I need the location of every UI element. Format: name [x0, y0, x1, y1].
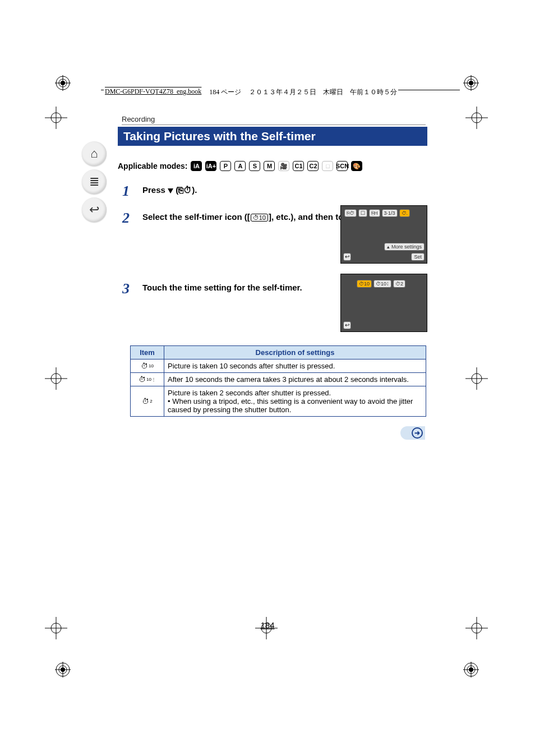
- step-text-fragment: (: [173, 185, 178, 195]
- header-page: 184 ページ: [209, 87, 241, 97]
- chip-timer-10-3-icon: ⏱10⋮: [373, 280, 391, 288]
- row-icon-cell: ⏱10⋮: [131, 373, 164, 386]
- applicable-modes-row: Applicable modes: iA iA+ P A S M 🎥 C1 C2…: [118, 161, 362, 171]
- timer-subscript: 2: [150, 399, 152, 404]
- mode-SCN-icon: SCN: [336, 161, 348, 171]
- camera-screen-timer-options: ⏱10 ⏱10⋮ ⏱2 ↩: [340, 274, 427, 332]
- mode-S-icon: S: [249, 161, 260, 171]
- reg-mark: [55, 75, 71, 91]
- print-header: DMC-G6PDF-VQT4Z78_eng.book 184 ページ ２０１３年…: [104, 87, 398, 97]
- step-text-fragment: Select the self-timer icon ([: [142, 212, 250, 222]
- settings-table: Item Description of settings ⏱10 Picture…: [130, 345, 426, 417]
- svg-point-2: [61, 81, 65, 85]
- step-number: 1: [122, 183, 135, 200]
- timer-icon: ⏱: [139, 375, 146, 384]
- mode-M-icon: M: [264, 161, 275, 171]
- step-text-fragment: ).: [192, 185, 197, 195]
- more-settings-button[interactable]: More settings: [384, 243, 425, 251]
- mode-movie-icon: 🎥: [278, 161, 289, 171]
- arrow-right-icon: ➜: [412, 427, 423, 439]
- mode-creative-icon: 🎨: [351, 161, 362, 171]
- table-head-item: Item: [131, 346, 164, 359]
- applicable-modes-label: Applicable modes:: [118, 162, 187, 170]
- drive-mode-chip-row: ⎘⏱ ☐ ⎘H 3·1/3 ⏱.: [344, 209, 410, 217]
- step-text-fragment: Press: [142, 185, 168, 195]
- timer-icon: ⏱: [183, 185, 192, 195]
- timer-icon: ⏱: [141, 362, 148, 370]
- mode-iAplus-icon: iA+: [205, 161, 216, 171]
- timer-option-row: ⏱10 ⏱10⋮ ⏱2: [357, 280, 405, 288]
- table-row: ⏱10⋮ After 10 seconds the camera takes 3…: [131, 373, 426, 386]
- breadcrumb: Recording: [122, 115, 426, 125]
- crosshair-mark: [465, 107, 488, 129]
- down-arrow-icon: [168, 188, 173, 193]
- table-row: ⏱10 Picture is taken 10 seconds after sh…: [131, 359, 426, 373]
- camera-screen-drive-mode: ⎘⏱ ☐ ⎘H 3·1/3 ⏱. More settings Set ↩: [340, 205, 427, 264]
- chip-burst-h-icon: ⎘H: [369, 209, 380, 217]
- timer-subscript: 10⋮: [146, 377, 156, 382]
- mode-C1-icon: C1: [293, 161, 304, 171]
- home-icon: ⌂: [90, 146, 98, 161]
- page-title: Taking Pictures with the Self-timer: [118, 127, 427, 146]
- row-icon-cell: ⏱2: [131, 386, 164, 417]
- svg-point-8: [61, 667, 65, 672]
- mode-C2-icon: C2: [307, 161, 319, 171]
- step-1: 1 Press (⎘⏱).: [122, 183, 426, 200]
- next-page-button[interactable]: ➜: [400, 426, 425, 440]
- mode-panorama-icon: □: [322, 161, 333, 171]
- chip-bracket-icon: 3·1/3: [382, 209, 398, 217]
- timer-subscript: 10: [149, 363, 154, 368]
- reg-mark: [463, 662, 479, 677]
- lcd-back-button[interactable]: ↩: [343, 253, 351, 261]
- row-icon-cell: ⏱10: [131, 359, 164, 373]
- burst-icon: ⎘: [178, 185, 183, 195]
- lcd-back-button[interactable]: ↩: [343, 321, 351, 329]
- row-desc: Picture is taken 2 seconds after shutter…: [164, 386, 426, 417]
- chip-timer-2-icon: ⏱2: [393, 280, 405, 288]
- page-number: 184: [0, 620, 535, 630]
- chip-selftimer-icon: ⏱.: [399, 209, 411, 217]
- row-desc: After 10 seconds the camera takes 3 pict…: [164, 373, 426, 386]
- reg-mark: [463, 75, 479, 91]
- mode-A-icon: A: [234, 161, 246, 171]
- chip-single-icon: ☐: [358, 209, 367, 217]
- row-desc: Picture is taken 10 seconds after shutte…: [164, 359, 426, 373]
- crosshair-mark: [45, 367, 67, 390]
- svg-point-5: [469, 81, 473, 85]
- mode-iA-icon: iA: [191, 161, 202, 171]
- menu-icon: ≣: [89, 174, 99, 189]
- selftimer-10-icon: ⏱10: [251, 214, 268, 222]
- step-number: 3: [122, 280, 135, 297]
- set-button[interactable]: Set: [411, 253, 425, 261]
- mode-P-icon: P: [220, 161, 231, 171]
- header-filename: DMC-G6PDF-VQT4Z78_eng.book: [105, 87, 201, 97]
- timer-icon: ⏱: [142, 397, 149, 405]
- reg-mark: [55, 662, 71, 677]
- nav-back-button[interactable]: ↩: [82, 197, 107, 222]
- table-head-desc: Description of settings: [164, 346, 426, 359]
- table-row: ⏱2 Picture is taken 2 seconds after shut…: [131, 386, 426, 417]
- header-date: ２０１３年４月２５日 木曜日 午前１０時５分: [249, 87, 397, 97]
- crosshair-mark: [45, 107, 67, 129]
- chip-burst-timer-icon: ⎘⏱: [344, 209, 357, 217]
- svg-point-11: [469, 667, 473, 672]
- nav-home-button[interactable]: ⌂: [82, 141, 107, 166]
- step-number: 2: [122, 210, 135, 227]
- step-text: Press (⎘⏱).: [142, 183, 426, 200]
- crosshair-mark: [465, 367, 488, 390]
- chip-timer-10-icon: ⏱10: [357, 280, 372, 288]
- nav-menu-button[interactable]: ≣: [82, 169, 107, 194]
- back-icon: ↩: [89, 202, 99, 217]
